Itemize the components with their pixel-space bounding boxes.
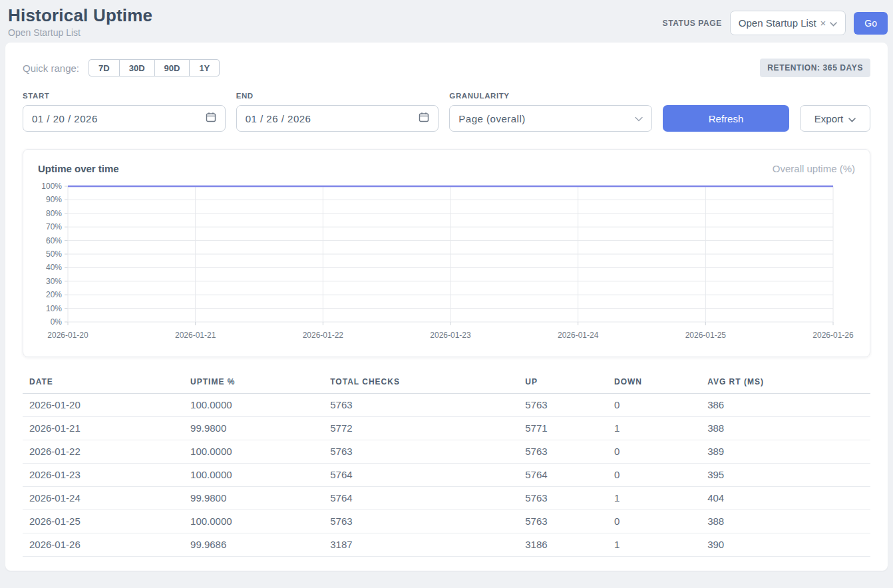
title-block: Historical Uptime Open Startup List (8, 5, 152, 38)
granularity-value: Page (overall) (458, 113, 525, 124)
table-cell: 2026-01-21 (23, 417, 184, 440)
table-cell: 3187 (323, 533, 518, 557)
table-cell: 1 (608, 417, 701, 440)
refresh-button[interactable]: Refresh (663, 105, 789, 132)
uptime-table: DATEUPTIME %TOTAL CHECKSUPDOWNAVG RT (MS… (23, 373, 870, 557)
status-page-value: Open Startup List (739, 17, 816, 29)
status-page-label: STATUS PAGE (663, 19, 722, 28)
table-cell: 2026-01-26 (23, 533, 184, 557)
table-cell: 0 (608, 394, 701, 417)
y-axis-label: 0% (51, 317, 63, 327)
x-axis-label: 2026-01-23 (430, 331, 471, 340)
granularity-group: GRANULARITY Page (overall) (449, 92, 652, 132)
chevron-down-icon (848, 113, 856, 124)
table-cell: 0 (608, 464, 701, 487)
table-row: 2026-01-23100.0000576457640395 (23, 464, 870, 487)
end-date-input[interactable]: 01 / 26 / 2026 (236, 105, 439, 132)
table-column-header: AVG RT (MS) (701, 373, 870, 394)
table-cell: 100.0000 (184, 394, 323, 417)
table-cell: 5764 (323, 487, 518, 510)
x-axis-label: 2026-01-25 (685, 331, 727, 340)
table-cell: 5772 (323, 417, 518, 440)
table-cell: 99.9800 (184, 417, 323, 440)
calendar-icon[interactable] (206, 112, 216, 125)
x-axis-label: 2026-01-24 (558, 331, 599, 340)
table-cell: 100.0000 (184, 464, 323, 487)
chart-title: Uptime over time (38, 163, 119, 174)
table-row: 2026-01-2499.9800576457631404 (23, 487, 870, 510)
table-column-header: UPTIME % (184, 373, 323, 394)
y-axis-label: 60% (46, 236, 62, 245)
table-cell: 2026-01-24 (23, 487, 184, 510)
table-cell: 390 (701, 533, 870, 557)
table-cell: 5763 (323, 394, 518, 417)
y-axis-label: 50% (46, 249, 62, 259)
table-cell: 0 (608, 440, 701, 464)
y-axis-label: 10% (46, 304, 62, 313)
fields-row: START 01 / 20 / 2026 END 01 / 26 / 2026 … (23, 92, 870, 132)
quick-range-1y-button[interactable]: 1Y (189, 59, 220, 76)
table-cell: 5763 (518, 394, 608, 417)
start-date-label: START (23, 92, 226, 100)
table-column-header: DOWN (608, 373, 701, 394)
page-header: Historical Uptime Open Startup List STAT… (0, 0, 893, 43)
page-subtitle: Open Startup List (8, 27, 152, 38)
table-cell: 99.9686 (184, 533, 323, 557)
y-axis-label: 30% (46, 277, 62, 286)
go-button[interactable]: Go (854, 12, 888, 35)
clear-icon[interactable]: × (820, 18, 826, 28)
table-cell: 5764 (518, 464, 608, 487)
table-body: 2026-01-20100.00005763576303862026-01-21… (23, 394, 870, 557)
export-button[interactable]: Export (800, 105, 870, 132)
x-axis-label: 2026-01-21 (175, 331, 216, 340)
chevron-down-icon (830, 17, 837, 29)
granularity-label: GRANULARITY (449, 92, 652, 100)
main-panel: Quick range: 7D 30D 90D 1Y RETENTION: 36… (5, 43, 888, 571)
header-controls: STATUS PAGE Open Startup List × Go (663, 11, 888, 35)
table-row: 2026-01-2699.9686318731861390 (23, 533, 870, 557)
table-cell: 5763 (518, 510, 608, 533)
quick-range-90d-button[interactable]: 90D (154, 59, 190, 76)
table-row: 2026-01-22100.0000576357630389 (23, 440, 870, 464)
table-cell: 404 (701, 487, 870, 510)
table-cell: 389 (701, 440, 870, 464)
quick-range-label: Quick range: (23, 63, 79, 74)
table-cell: 2026-01-22 (23, 440, 184, 464)
table-cell: 5763 (518, 487, 608, 510)
x-axis-label: 2026-01-26 (812, 331, 854, 340)
table-cell: 5763 (323, 440, 518, 464)
table-column-header: TOTAL CHECKS (323, 373, 518, 394)
table-row: 2026-01-2199.9800577257711388 (23, 417, 870, 440)
start-date-value: 01 / 20 / 2026 (32, 113, 98, 124)
table-cell: 388 (701, 417, 870, 440)
quick-range-7d-button[interactable]: 7D (89, 59, 120, 76)
uptime-line-chart: 0%10%20%30%40%50%60%70%80%90%100%2026-01… (38, 180, 855, 349)
chevron-down-icon (635, 112, 643, 124)
table-row: 2026-01-25100.0000576357630388 (23, 510, 870, 533)
quick-range-group: 7D 30D 90D 1Y (89, 59, 220, 76)
table-cell: 100.0000 (184, 510, 323, 533)
export-button-label: Export (814, 113, 843, 124)
granularity-select[interactable]: Page (overall) (449, 105, 652, 132)
retention-badge: RETENTION: 365 DAYS (760, 59, 870, 77)
table-cell: 2026-01-20 (23, 394, 184, 417)
calendar-icon[interactable] (419, 112, 429, 125)
table-column-header: DATE (23, 373, 184, 394)
chart-legend: Overall uptime (%) (773, 163, 855, 174)
end-date-group: END 01 / 26 / 2026 (236, 92, 439, 132)
y-axis-label: 80% (46, 209, 62, 218)
x-axis-label: 2026-01-22 (303, 331, 344, 340)
y-axis-label: 40% (46, 263, 62, 272)
y-axis-label: 100% (41, 182, 62, 191)
uptime-chart-card: Uptime over time Overall uptime (%) 0%10… (23, 149, 870, 357)
table-cell: 1 (608, 533, 701, 557)
table-cell: 5763 (518, 440, 608, 464)
start-date-input[interactable]: 01 / 20 / 2026 (23, 105, 226, 132)
quick-range-row: Quick range: 7D 30D 90D 1Y RETENTION: 36… (23, 59, 870, 77)
table-column-header: UP (518, 373, 608, 394)
table-cell: 2026-01-25 (23, 510, 184, 533)
quick-range-30d-button[interactable]: 30D (119, 59, 155, 76)
table-header-row: DATEUPTIME %TOTAL CHECKSUPDOWNAVG RT (MS… (23, 373, 870, 394)
status-page-select[interactable]: Open Startup List × (730, 11, 846, 35)
table-cell: 5771 (518, 417, 608, 440)
